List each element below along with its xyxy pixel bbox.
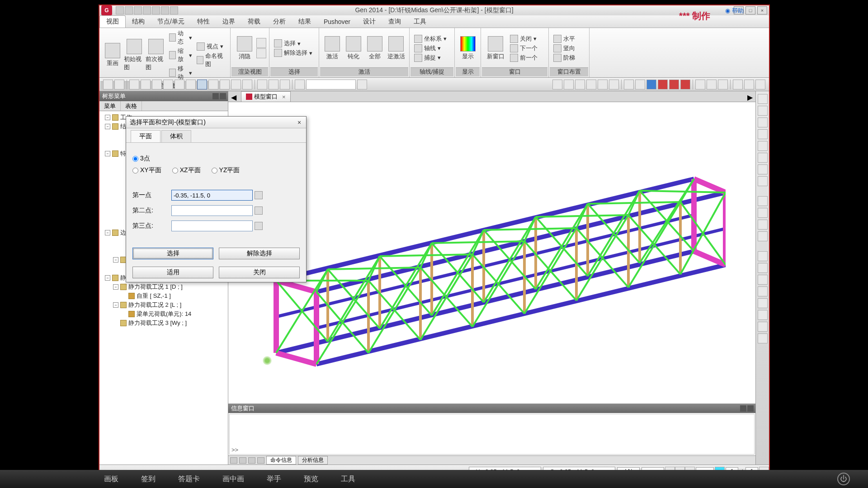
close-button[interactable]: ×	[757, 6, 767, 14]
player-raise[interactable]: 举手	[267, 474, 281, 484]
dialog-titlebar[interactable]: 选择平面和空间-(模型窗口) ×	[126, 117, 306, 128]
qat-button[interactable]	[134, 6, 142, 14]
close-icon[interactable]	[220, 93, 226, 99]
rt-button[interactable]	[758, 251, 768, 261]
select-button[interactable]: 选择▾	[272, 39, 314, 48]
dialog-close-button[interactable]: ×	[295, 118, 303, 127]
tool-button[interactable]	[575, 80, 585, 89]
undo-button[interactable]	[103, 80, 113, 89]
display-button[interactable]: 显示	[458, 36, 478, 61]
pick-icon[interactable]	[255, 222, 263, 230]
horizontal-button[interactable]: 水平	[552, 34, 577, 43]
menu-tab-structure[interactable]: 结构	[126, 16, 151, 28]
rt-button[interactable]	[758, 164, 768, 174]
point3-input[interactable]	[171, 221, 253, 231]
inactivate-button[interactable]: 钝化	[343, 36, 363, 61]
qat-button[interactable]	[161, 6, 169, 14]
menu-tab-load[interactable]: 荷载	[241, 16, 267, 28]
dialog-tab-plane[interactable]: 平面	[131, 130, 160, 142]
pick-icon[interactable]	[255, 206, 263, 215]
tool-button[interactable]	[598, 80, 608, 89]
close-icon[interactable]	[747, 405, 754, 412]
pick-icon[interactable]	[255, 191, 263, 199]
tool-button[interactable]	[186, 80, 196, 89]
tool-button[interactable]	[231, 80, 241, 89]
tool-button[interactable]	[744, 80, 754, 89]
named-view-button[interactable]: 命名视图	[195, 52, 227, 69]
qat-button[interactable]	[143, 6, 151, 14]
rt-button[interactable]	[758, 263, 768, 273]
pin-icon[interactable]	[740, 405, 746, 412]
player-preview[interactable]: 预览	[304, 474, 318, 484]
tool-button[interactable]	[646, 80, 656, 89]
cursor-button[interactable]	[295, 80, 305, 89]
rt-button[interactable]	[758, 310, 768, 320]
reverse-button[interactable]: 逆激活	[386, 36, 406, 61]
render-opt[interactable]	[256, 38, 266, 48]
menu-tab-boundary[interactable]: 边界	[216, 16, 241, 28]
viewpoint-button[interactable]: 视点▾	[195, 42, 227, 51]
unselect-button[interactable]: 解除选择	[219, 248, 300, 259]
coord-button[interactable]: 坐标系▾	[412, 34, 448, 43]
maximize-button[interactable]: □	[745, 6, 755, 14]
qat-button[interactable]	[152, 6, 160, 14]
tool-button[interactable]	[269, 80, 278, 89]
pan-button[interactable]: 移动▾	[167, 64, 194, 81]
power-icon[interactable]: ⏻	[837, 473, 850, 485]
cascade-button[interactable]: 阶梯	[552, 53, 577, 62]
rt-button[interactable]	[758, 106, 768, 116]
tree-tab-table[interactable]: 表格	[121, 101, 142, 111]
all-button[interactable]: 全部	[365, 36, 385, 61]
unselect-button[interactable]: 解除选择▾	[272, 48, 314, 57]
dialog-tab-volume[interactable]: 体积	[161, 130, 191, 142]
redraw-button[interactable]: 重画	[102, 43, 123, 67]
tool-button[interactable]	[280, 80, 290, 89]
tool-button[interactable]	[680, 80, 690, 89]
qat-button[interactable]	[125, 6, 133, 14]
info-nav-last[interactable]	[257, 457, 264, 464]
tool-button[interactable]	[635, 80, 645, 89]
render-opt[interactable]	[256, 48, 266, 58]
tool-button[interactable]	[141, 80, 151, 89]
radio-3point[interactable]: 3点	[132, 155, 150, 163]
tool-button[interactable]	[658, 80, 668, 89]
tool-button[interactable]	[695, 80, 705, 89]
rt-button[interactable]	[758, 298, 768, 308]
info-nav-next[interactable]	[248, 457, 255, 464]
rt-button[interactable]	[758, 231, 768, 241]
qat-button[interactable]	[170, 6, 178, 14]
tool-button[interactable]	[163, 80, 173, 89]
tool-button[interactable]	[609, 80, 619, 89]
rt-button[interactable]	[758, 129, 768, 139]
player-tool[interactable]: 工具	[341, 474, 355, 484]
tool-button[interactable]	[624, 80, 634, 89]
tab-close-icon[interactable]: ×	[282, 94, 286, 100]
rt-button[interactable]	[758, 141, 768, 151]
hidden-button[interactable]: 消隐	[233, 36, 255, 61]
redo-button[interactable]	[114, 80, 124, 89]
tool-button[interactable]	[707, 80, 717, 89]
info-tab-analysis[interactable]: 分析信息	[298, 456, 328, 465]
menu-tab-property[interactable]: 特性	[191, 16, 216, 28]
apply-button[interactable]: 适用	[132, 267, 213, 278]
close-window-button[interactable]: 关闭▾	[508, 34, 539, 43]
close-button[interactable]: 关闭	[219, 267, 300, 278]
menu-tab-pushover[interactable]: Pushover	[317, 16, 357, 27]
tool-button[interactable]	[208, 80, 218, 89]
radio-xy[interactable]: XY平面	[132, 166, 161, 174]
tool-button[interactable]	[552, 80, 562, 89]
player-pip[interactable]: 画中画	[222, 474, 244, 484]
next-window-button[interactable]: 下一个	[508, 44, 539, 53]
radio-xz[interactable]: XZ平面	[172, 166, 201, 174]
info-body[interactable]: >>	[229, 414, 755, 455]
point2-input[interactable]	[171, 205, 253, 216]
info-tab-command[interactable]: 命令信息	[266, 456, 296, 465]
tool-button[interactable]	[152, 80, 162, 89]
player-answer[interactable]: 答题卡	[178, 474, 200, 484]
help-link[interactable]: ◉ 帮助	[725, 7, 744, 15]
rt-button[interactable]	[758, 286, 768, 296]
pin-icon[interactable]	[212, 93, 219, 99]
menu-tab-tool[interactable]: 工具	[407, 16, 433, 28]
filter-button[interactable]	[357, 80, 367, 89]
rt-button[interactable]	[758, 176, 768, 186]
